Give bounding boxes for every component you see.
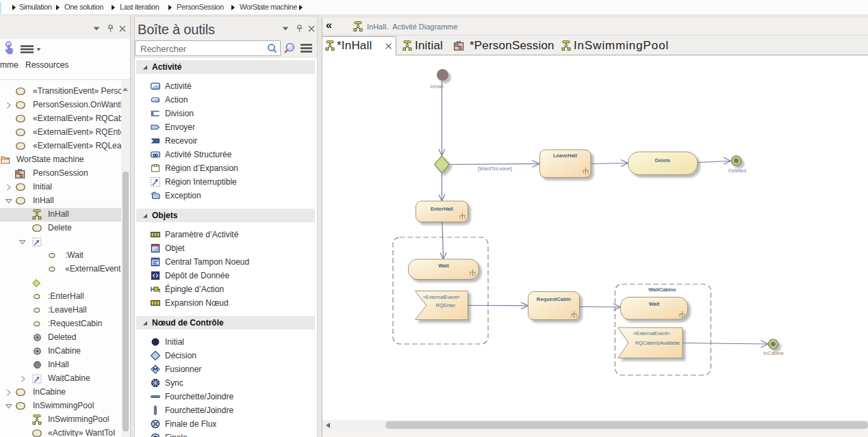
svg-text:Delete: Delete <box>655 157 671 163</box>
svg-text:RQEnter: RQEnter <box>436 302 456 308</box>
svg-text:RequestCabin: RequestCabin <box>537 296 572 302</box>
svg-text:RQCabinIsAvailable: RQCabinIsAvailable <box>635 340 680 346</box>
svg-text:[WantToLeave]: [WantToLeave] <box>478 165 512 172</box>
svg-text:WaitCabine: WaitCabine <box>648 287 676 293</box>
svg-text:EnterHall: EnterHall <box>431 206 453 212</box>
svg-text:Wait: Wait <box>649 301 660 307</box>
svg-text:Deleted: Deleted <box>728 168 746 174</box>
svg-text:«ExternalEvent»: «ExternalEvent» <box>423 294 460 300</box>
svg-text:LeaveHall: LeaveHall <box>553 153 577 159</box>
svg-text:«ExternalEvent»: «ExternalEvent» <box>633 330 670 336</box>
svg-text:InCabine: InCabine <box>763 350 784 356</box>
svg-text:Wait: Wait <box>438 263 449 269</box>
